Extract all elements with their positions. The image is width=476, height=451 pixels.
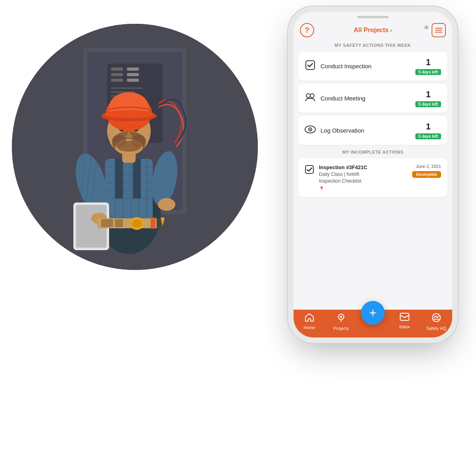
- log-observation-badge: 5 days left: [415, 133, 441, 139]
- projects-icon: [337, 313, 345, 325]
- conduct-meeting-count: 1: [426, 89, 430, 100]
- svg-rect-59: [115, 219, 123, 227]
- svg-rect-9: [111, 79, 123, 82]
- add-button[interactable]: +: [361, 301, 385, 325]
- menu-button[interactable]: [432, 23, 446, 37]
- home-label: Home: [303, 325, 315, 330]
- svg-rect-61: [157, 218, 161, 228]
- svg-point-65: [306, 94, 310, 98]
- log-observation-label: Log Observation: [321, 127, 364, 134]
- svg-point-39: [158, 198, 175, 211]
- svg-rect-7: [111, 67, 123, 71]
- svg-rect-60: [151, 218, 155, 229]
- safety-hq-label: Safety HQ: [426, 326, 447, 331]
- svg-rect-28: [115, 159, 123, 199]
- svg-rect-58: [101, 219, 113, 227]
- svg-rect-11: [127, 73, 139, 76]
- bottom-nav-bar: Home Projects +: [294, 310, 452, 337]
- conduct-meeting-label: Conduct Meeting: [321, 95, 365, 102]
- conduct-meeting-card[interactable]: Conduct Meeting 1 5 days left: [298, 84, 447, 113]
- svg-point-72: [340, 316, 342, 318]
- menu-line-2: [435, 30, 442, 31]
- phone-mockup: ? All Projects › MY SAFETY ACTIONS THIS …: [294, 12, 452, 337]
- svg-rect-64: [306, 61, 315, 69]
- incomplete-date: June 2, 2021: [416, 164, 441, 169]
- nav-inbox[interactable]: Inbox: [389, 313, 420, 329]
- phone-notch-area: [294, 12, 452, 20]
- action-card-right: 1 5 days left: [415, 57, 441, 75]
- incomplete-section-header: MY INCOMPLETE ACTIONS: [294, 146, 452, 157]
- safety-hq-icon: [432, 313, 441, 325]
- incomplete-right: June 2, 2021 Incomplete: [412, 164, 441, 178]
- action-card-left-meeting: Conduct Meeting: [305, 93, 365, 104]
- svg-point-69: [310, 129, 311, 130]
- observation-icon: [305, 125, 316, 136]
- add-icon: +: [369, 306, 377, 319]
- incomplete-subtitle-1: Daily Class | forklift: [319, 171, 407, 178]
- action-card-left: Conduct Inspection: [305, 60, 371, 73]
- action-card-left-obs: Log Observation: [305, 125, 364, 136]
- safety-section-header: MY SAFETY ACTIONS THIS WEEK: [294, 40, 452, 50]
- help-button[interactable]: ?: [300, 23, 314, 37]
- incomplete-title: Inspection #3F421C: [319, 164, 407, 171]
- log-observation-card[interactable]: Log Observation 1 5 days left: [298, 116, 447, 145]
- svg-rect-29: [133, 159, 141, 199]
- phone-notch: [357, 16, 389, 18]
- nav-projects[interactable]: Projects: [325, 313, 357, 331]
- meeting-icon: [305, 93, 316, 104]
- svg-rect-10: [127, 67, 139, 71]
- svg-rect-12: [127, 79, 139, 82]
- svg-point-47: [117, 142, 141, 152]
- svg-rect-74: [400, 313, 409, 320]
- inbox-label: Inbox: [399, 324, 410, 329]
- svg-rect-8: [111, 73, 123, 76]
- conduct-inspection-badge: 5 days left: [415, 69, 441, 75]
- phone-camera: [424, 25, 428, 29]
- action-card-right-meeting: 1 5 days left: [415, 89, 441, 107]
- projects-label: Projects: [333, 326, 349, 331]
- phone-header: ? All Projects ›: [294, 20, 452, 40]
- incomplete-info: Inspection #3F421C Daily Class | forklif…: [319, 164, 407, 191]
- svg-point-63: [132, 220, 142, 227]
- incomplete-card[interactable]: Inspection #3F421C Daily Class | forklif…: [298, 158, 447, 197]
- svg-rect-13: [111, 87, 143, 89]
- nav-safety-hq[interactable]: Safety HQ: [420, 313, 452, 331]
- conduct-inspection-card[interactable]: Conduct Inspection 1 5 days left: [298, 52, 447, 81]
- all-projects-link[interactable]: All Projects ›: [354, 27, 392, 34]
- incomplete-badge: Incomplete: [412, 171, 441, 178]
- svg-point-66: [310, 94, 314, 98]
- svg-point-56: [104, 110, 154, 118]
- incomplete-subtitle-2: Inspection Checklist: [319, 178, 407, 185]
- incomplete-check-icon: [305, 165, 314, 176]
- phone-content: ? All Projects › MY SAFETY ACTIONS THIS …: [294, 20, 452, 337]
- menu-line-1: [435, 28, 442, 29]
- log-observation-count: 1: [426, 121, 430, 132]
- inbox-icon: [400, 313, 409, 323]
- home-icon: [305, 313, 314, 324]
- conduct-inspection-label: Conduct Inspection: [321, 63, 371, 69]
- conduct-meeting-badge: 5 days left: [415, 101, 441, 107]
- menu-line-3: [435, 32, 442, 33]
- inspection-icon: [305, 60, 316, 73]
- action-card-right-obs: 1 5 days left: [415, 121, 441, 139]
- chevron-right-icon: ›: [390, 27, 392, 33]
- phone-spacer: [294, 199, 452, 310]
- nav-home[interactable]: Home: [294, 313, 325, 330]
- worker-photo: [12, 24, 258, 270]
- conduct-inspection-count: 1: [426, 57, 430, 67]
- location-icon: 📍: [319, 186, 407, 191]
